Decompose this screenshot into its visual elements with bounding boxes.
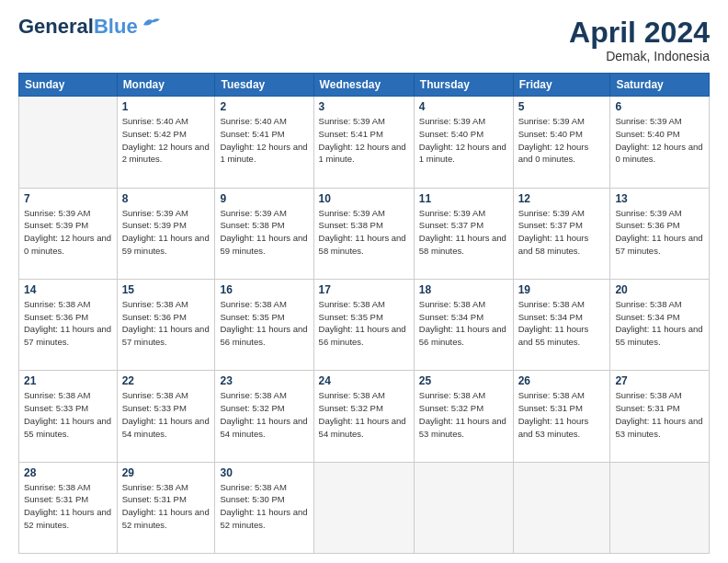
header: GeneralBlue April 2024 Demak, Indonesia bbox=[18, 17, 710, 63]
day-number: 9 bbox=[220, 192, 308, 205]
day-number: 28 bbox=[24, 466, 112, 479]
calendar-cell: 8Sunrise: 5:39 AM Sunset: 5:39 PM Daylig… bbox=[117, 188, 215, 279]
calendar-cell: 4Sunrise: 5:39 AM Sunset: 5:40 PM Daylig… bbox=[414, 97, 513, 188]
day-info: Sunrise: 5:38 AM Sunset: 5:34 PM Dayligh… bbox=[419, 298, 508, 349]
col-header-friday: Friday bbox=[513, 74, 610, 97]
day-number: 26 bbox=[518, 374, 606, 387]
calendar-cell bbox=[610, 462, 710, 553]
calendar-week-row: 21Sunrise: 5:38 AM Sunset: 5:33 PM Dayli… bbox=[19, 371, 710, 462]
calendar-cell: 30Sunrise: 5:38 AM Sunset: 5:30 PM Dayli… bbox=[215, 462, 313, 553]
day-info: Sunrise: 5:38 AM Sunset: 5:31 PM Dayligh… bbox=[615, 389, 704, 440]
day-number: 25 bbox=[419, 374, 508, 387]
calendar-cell: 6Sunrise: 5:39 AM Sunset: 5:40 PM Daylig… bbox=[610, 97, 710, 188]
calendar-week-row: 1Sunrise: 5:40 AM Sunset: 5:42 PM Daylig… bbox=[19, 97, 710, 188]
day-number: 15 bbox=[122, 283, 210, 296]
day-info: Sunrise: 5:39 AM Sunset: 5:41 PM Dayligh… bbox=[319, 115, 409, 166]
day-number: 30 bbox=[220, 466, 308, 479]
day-number: 11 bbox=[419, 192, 508, 205]
calendar-cell: 29Sunrise: 5:38 AM Sunset: 5:31 PM Dayli… bbox=[117, 462, 215, 553]
day-info: Sunrise: 5:38 AM Sunset: 5:32 PM Dayligh… bbox=[220, 389, 308, 440]
calendar-cell: 20Sunrise: 5:38 AM Sunset: 5:34 PM Dayli… bbox=[610, 279, 710, 370]
calendar-cell: 15Sunrise: 5:38 AM Sunset: 5:36 PM Dayli… bbox=[117, 279, 215, 370]
calendar-cell: 16Sunrise: 5:38 AM Sunset: 5:35 PM Dayli… bbox=[215, 279, 313, 370]
day-info: Sunrise: 5:38 AM Sunset: 5:33 PM Dayligh… bbox=[24, 389, 112, 440]
day-info: Sunrise: 5:39 AM Sunset: 5:36 PM Dayligh… bbox=[615, 207, 704, 258]
calendar-cell bbox=[313, 462, 414, 553]
day-info: Sunrise: 5:38 AM Sunset: 5:35 PM Dayligh… bbox=[319, 298, 409, 349]
day-number: 7 bbox=[24, 192, 112, 205]
title-block: April 2024 Demak, Indonesia bbox=[569, 17, 710, 63]
day-info: Sunrise: 5:40 AM Sunset: 5:42 PM Dayligh… bbox=[122, 115, 210, 166]
calendar-cell: 28Sunrise: 5:38 AM Sunset: 5:31 PM Dayli… bbox=[19, 462, 118, 553]
calendar-cell: 24Sunrise: 5:38 AM Sunset: 5:32 PM Dayli… bbox=[313, 371, 414, 462]
day-info: Sunrise: 5:39 AM Sunset: 5:40 PM Dayligh… bbox=[615, 115, 704, 166]
col-header-saturday: Saturday bbox=[610, 74, 710, 97]
day-info: Sunrise: 5:39 AM Sunset: 5:39 PM Dayligh… bbox=[24, 207, 112, 258]
day-info: Sunrise: 5:39 AM Sunset: 5:40 PM Dayligh… bbox=[419, 115, 508, 166]
day-number: 4 bbox=[419, 100, 508, 113]
location: Demak, Indonesia bbox=[569, 49, 710, 63]
calendar-cell: 9Sunrise: 5:39 AM Sunset: 5:38 PM Daylig… bbox=[215, 188, 313, 279]
calendar-cell: 14Sunrise: 5:38 AM Sunset: 5:36 PM Dayli… bbox=[19, 279, 118, 370]
day-info: Sunrise: 5:38 AM Sunset: 5:32 PM Dayligh… bbox=[419, 389, 508, 440]
day-number: 21 bbox=[24, 374, 112, 387]
day-info: Sunrise: 5:39 AM Sunset: 5:40 PM Dayligh… bbox=[518, 115, 606, 166]
day-number: 17 bbox=[319, 283, 409, 296]
calendar-cell: 18Sunrise: 5:38 AM Sunset: 5:34 PM Dayli… bbox=[414, 279, 513, 370]
calendar-cell: 17Sunrise: 5:38 AM Sunset: 5:35 PM Dayli… bbox=[313, 279, 414, 370]
day-number: 14 bbox=[24, 283, 112, 296]
day-info: Sunrise: 5:38 AM Sunset: 5:34 PM Dayligh… bbox=[615, 298, 704, 349]
day-number: 22 bbox=[122, 374, 210, 387]
calendar-cell: 23Sunrise: 5:38 AM Sunset: 5:32 PM Dayli… bbox=[215, 371, 313, 462]
calendar-table: SundayMondayTuesdayWednesdayThursdayFrid… bbox=[18, 73, 710, 554]
logo-bird-icon bbox=[142, 16, 162, 32]
col-header-monday: Monday bbox=[117, 74, 215, 97]
col-header-tuesday: Tuesday bbox=[215, 74, 313, 97]
calendar-week-row: 14Sunrise: 5:38 AM Sunset: 5:36 PM Dayli… bbox=[19, 279, 710, 370]
day-info: Sunrise: 5:38 AM Sunset: 5:31 PM Dayligh… bbox=[518, 389, 606, 440]
calendar-cell bbox=[414, 462, 513, 553]
day-number: 6 bbox=[615, 100, 704, 113]
day-number: 29 bbox=[122, 466, 210, 479]
day-info: Sunrise: 5:39 AM Sunset: 5:37 PM Dayligh… bbox=[518, 207, 606, 258]
day-number: 10 bbox=[319, 192, 409, 205]
day-info: Sunrise: 5:38 AM Sunset: 5:32 PM Dayligh… bbox=[319, 389, 409, 440]
day-number: 3 bbox=[319, 100, 409, 113]
day-info: Sunrise: 5:38 AM Sunset: 5:31 PM Dayligh… bbox=[24, 481, 112, 532]
calendar-cell: 27Sunrise: 5:38 AM Sunset: 5:31 PM Dayli… bbox=[610, 371, 710, 462]
col-header-sunday: Sunday bbox=[19, 74, 118, 97]
day-info: Sunrise: 5:39 AM Sunset: 5:38 PM Dayligh… bbox=[319, 207, 409, 258]
day-info: Sunrise: 5:38 AM Sunset: 5:36 PM Dayligh… bbox=[122, 298, 210, 349]
day-number: 24 bbox=[319, 374, 409, 387]
calendar-cell: 5Sunrise: 5:39 AM Sunset: 5:40 PM Daylig… bbox=[513, 97, 610, 188]
calendar-cell: 1Sunrise: 5:40 AM Sunset: 5:42 PM Daylig… bbox=[117, 97, 215, 188]
day-info: Sunrise: 5:38 AM Sunset: 5:35 PM Dayligh… bbox=[220, 298, 308, 349]
day-info: Sunrise: 5:39 AM Sunset: 5:38 PM Dayligh… bbox=[220, 207, 308, 258]
day-info: Sunrise: 5:39 AM Sunset: 5:37 PM Dayligh… bbox=[419, 207, 508, 258]
calendar-cell: 10Sunrise: 5:39 AM Sunset: 5:38 PM Dayli… bbox=[313, 188, 414, 279]
day-number: 13 bbox=[615, 192, 704, 205]
calendar-cell: 22Sunrise: 5:38 AM Sunset: 5:33 PM Dayli… bbox=[117, 371, 215, 462]
logo-text: GeneralBlue bbox=[18, 17, 138, 37]
day-number: 12 bbox=[518, 192, 606, 205]
calendar-cell: 7Sunrise: 5:39 AM Sunset: 5:39 PM Daylig… bbox=[19, 188, 118, 279]
calendar-cell: 2Sunrise: 5:40 AM Sunset: 5:41 PM Daylig… bbox=[215, 97, 313, 188]
day-number: 18 bbox=[419, 283, 508, 296]
day-number: 19 bbox=[518, 283, 606, 296]
day-info: Sunrise: 5:38 AM Sunset: 5:30 PM Dayligh… bbox=[220, 481, 308, 532]
calendar-cell: 21Sunrise: 5:38 AM Sunset: 5:33 PM Dayli… bbox=[19, 371, 118, 462]
day-info: Sunrise: 5:38 AM Sunset: 5:36 PM Dayligh… bbox=[24, 298, 112, 349]
calendar-cell bbox=[513, 462, 610, 553]
calendar-cell: 25Sunrise: 5:38 AM Sunset: 5:32 PM Dayli… bbox=[414, 371, 513, 462]
calendar-cell bbox=[19, 97, 118, 188]
day-number: 8 bbox=[122, 192, 210, 205]
day-info: Sunrise: 5:39 AM Sunset: 5:39 PM Dayligh… bbox=[122, 207, 210, 258]
calendar-header-row: SundayMondayTuesdayWednesdayThursdayFrid… bbox=[19, 74, 710, 97]
day-info: Sunrise: 5:38 AM Sunset: 5:33 PM Dayligh… bbox=[122, 389, 210, 440]
calendar-cell: 11Sunrise: 5:39 AM Sunset: 5:37 PM Dayli… bbox=[414, 188, 513, 279]
month-year: April 2024 bbox=[569, 17, 710, 49]
calendar-week-row: 7Sunrise: 5:39 AM Sunset: 5:39 PM Daylig… bbox=[19, 188, 710, 279]
col-header-thursday: Thursday bbox=[414, 74, 513, 97]
day-info: Sunrise: 5:38 AM Sunset: 5:31 PM Dayligh… bbox=[122, 481, 210, 532]
day-number: 2 bbox=[220, 100, 308, 113]
